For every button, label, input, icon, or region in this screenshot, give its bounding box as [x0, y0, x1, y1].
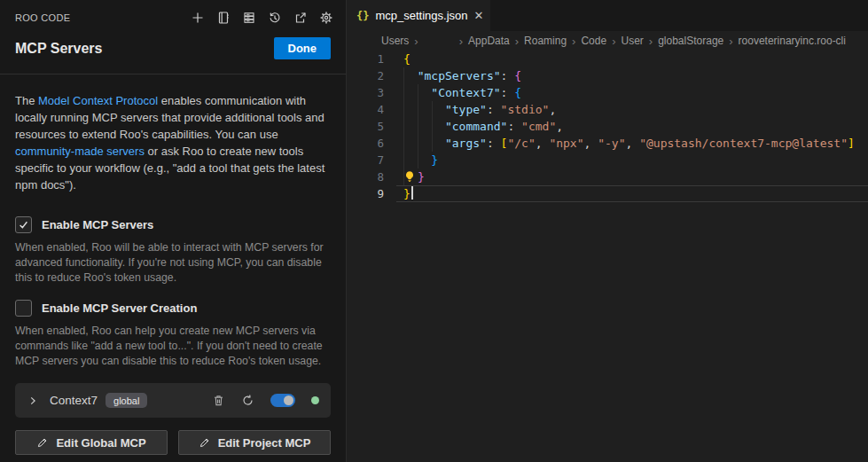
server-enabled-toggle[interactable] — [270, 394, 295, 407]
code-token: : — [501, 69, 515, 82]
code-line[interactable]: 1{ — [348, 51, 868, 67]
enable-mcp-server-creation-checkbox[interactable] — [15, 300, 32, 317]
code-line[interactable]: 3 "Context7": { — [348, 84, 868, 101]
breadcrumb-item[interactable]: Users — [381, 35, 409, 47]
editor-pane: {} mcp_settings.json ✕ Users››AppData›Ro… — [348, 0, 868, 462]
breadcrumb-item[interactable]: globalStorage — [658, 35, 723, 47]
code-line-content: "command": "cmd", — [384, 118, 563, 135]
page-header: MCP Servers Done — [0, 27, 346, 59]
line-number: 8 — [348, 168, 384, 185]
code-token — [403, 69, 418, 82]
code-token: "mcpServers" — [418, 69, 501, 82]
breadcrumb: Users››AppData›Roaming›Code›User›globalS… — [348, 31, 868, 51]
code-line[interactable]: 4 "type": "stdio", — [348, 101, 868, 118]
json-file-icon: {} — [356, 10, 369, 22]
code-token: : — [501, 86, 515, 99]
code-token: "-y" — [598, 137, 625, 150]
code-line[interactable]: 8} — [348, 168, 868, 185]
code-line-content: } — [384, 185, 413, 202]
page-title: MCP Servers — [15, 41, 102, 57]
history-icon[interactable] — [265, 8, 284, 27]
sidebar-header: ROO CODE — [0, 0, 346, 27]
line-number: 2 — [348, 67, 384, 84]
enable-mcp-server-creation-row: Enable MCP Server Creation — [15, 300, 331, 317]
code-line[interactable]: 9} — [348, 185, 868, 202]
line-number: 7 — [348, 152, 384, 168]
restart-server-icon[interactable] — [241, 394, 254, 407]
header-divider — [0, 74, 346, 74]
code-token: : — [487, 137, 501, 150]
breadcrumb-separator-icon: › — [649, 35, 653, 48]
expand-chevron-icon[interactable] — [27, 395, 39, 407]
code-token — [403, 86, 431, 99]
add-icon[interactable] — [188, 8, 207, 27]
server-scope-badge: global — [106, 393, 147, 408]
code-area[interactable]: 1{2 "mcpServers": {3 "Context7": {4 "typ… — [348, 51, 868, 202]
code-line[interactable]: 7 } — [348, 152, 868, 168]
code-token: ] — [848, 137, 855, 150]
line-number: 3 — [348, 84, 384, 101]
server-name: Context7 — [50, 394, 98, 407]
breadcrumb-item[interactable]: User — [621, 35, 643, 47]
toggle-knob — [284, 395, 293, 405]
tab-close-icon[interactable]: ✕ — [474, 10, 484, 21]
tab-mcp-settings-json[interactable]: {} mcp_settings.json ✕ — [348, 0, 490, 31]
code-token: : — [507, 120, 521, 133]
edit-global-mcp-button[interactable]: Edit Global MCP — [15, 430, 168, 455]
code-line[interactable]: 6 "args": ["/c", "npx", "-y", "@upstash/… — [348, 135, 868, 152]
code-token: "command" — [445, 120, 507, 133]
breadcrumb-separator-icon: › — [459, 35, 463, 48]
enable-mcp-servers-description: When enabled, Roo will be able to intera… — [15, 240, 331, 286]
code-token: "args" — [445, 137, 487, 150]
code-token — [403, 120, 445, 133]
editor-tab-bar: {} mcp_settings.json ✕ — [348, 0, 868, 31]
code-line-content: { — [384, 51, 411, 67]
edit-project-mcp-label: Edit Project MCP — [218, 436, 311, 450]
code-token: , — [626, 137, 640, 150]
code-token: } — [403, 187, 411, 200]
code-line-content: "args": ["/c", "npx", "-y", "@upstash/co… — [384, 135, 855, 152]
line-number: 1 — [348, 51, 384, 67]
check-icon — [18, 219, 29, 231]
breadcrumb-item[interactable]: Code — [581, 35, 606, 47]
code-token: } — [418, 170, 425, 184]
model-context-protocol-link[interactable]: Model Context Protocol — [38, 94, 158, 107]
lightbulb-code-action-icon[interactable] — [403, 170, 418, 183]
breadcrumb-separator-icon: › — [515, 35, 519, 48]
notebook-icon[interactable] — [214, 8, 232, 27]
done-button[interactable]: Done — [274, 37, 332, 59]
line-number: 6 — [348, 135, 384, 152]
header-toolbar — [188, 8, 335, 27]
edit-global-mcp-label: Edit Global MCP — [56, 436, 145, 450]
enable-mcp-servers-label: Enable MCP Servers — [42, 218, 153, 231]
breadcrumb-item[interactable]: AppData — [468, 35, 510, 47]
enable-mcp-servers-checkbox[interactable] — [15, 216, 32, 233]
code-token: "@upstash/context7-mcp@latest" — [639, 137, 848, 150]
breadcrumb-item[interactable]: rooveterinaryinc.roo-cli — [739, 35, 846, 47]
code-token: , — [549, 103, 556, 116]
code-token — [403, 137, 445, 150]
delete-server-icon[interactable] — [212, 394, 225, 407]
code-line[interactable]: 5 "command": "cmd", — [348, 118, 868, 135]
code-line-content: } — [384, 168, 425, 185]
edit-project-mcp-button[interactable]: Edit Project MCP — [178, 430, 331, 455]
intro-pre: The — [15, 94, 38, 107]
code-token: { — [514, 86, 521, 99]
code-token: , — [536, 137, 550, 150]
code-token: , — [556, 120, 563, 133]
server-status-dot — [311, 396, 319, 404]
settings-gear-icon[interactable] — [317, 8, 335, 27]
breadcrumb-item[interactable]: Roaming — [524, 35, 567, 47]
enable-mcp-servers-row: Enable MCP Servers — [15, 216, 331, 233]
community-made-servers-link[interactable]: community-made servers — [15, 145, 145, 158]
code-line[interactable]: 2 "mcpServers": { — [348, 67, 868, 84]
roo-code-sidebar: ROO CODE MCP Servers Done — [0, 0, 347, 462]
mcp-servers-icon[interactable] — [239, 8, 258, 27]
open-in-editor-icon[interactable] — [291, 8, 309, 27]
line-number: 5 — [348, 118, 384, 135]
breadcrumb-separator-icon: › — [414, 35, 418, 48]
mcp-server-row-context7[interactable]: Context7 global — [15, 383, 331, 418]
code-token: "/c" — [507, 137, 535, 150]
breadcrumb-separator-icon: › — [729, 35, 732, 48]
tab-filename: mcp_settings.json — [375, 9, 467, 22]
